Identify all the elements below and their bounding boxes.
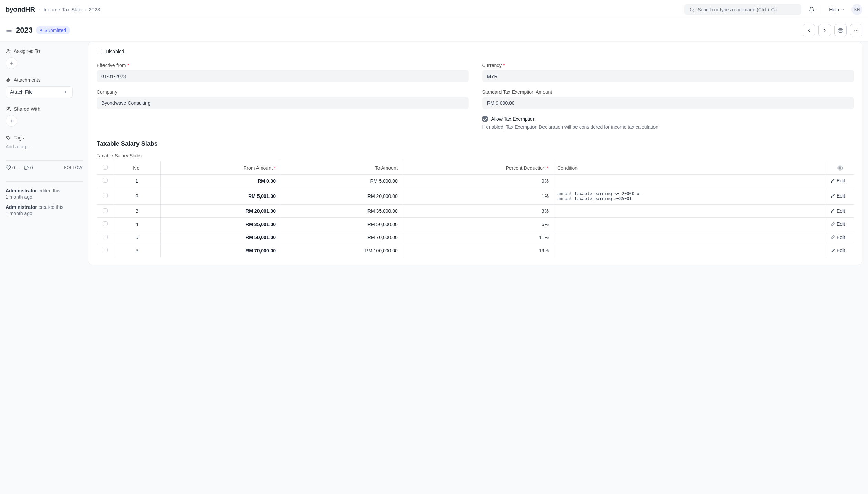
chevron-right-icon: › bbox=[84, 7, 86, 12]
cell-pct[interactable]: 1% bbox=[402, 188, 553, 204]
audit-log: Administrator edited this 1 month ago Ad… bbox=[6, 188, 83, 216]
cell-condition[interactable] bbox=[553, 204, 826, 218]
status-dot-icon bbox=[40, 29, 42, 31]
effective-from-input[interactable]: 01-01-2023 bbox=[97, 70, 469, 82]
brand-logo[interactable]: byondHR bbox=[6, 5, 35, 13]
cell-to[interactable]: RM 20,000.00 bbox=[280, 188, 402, 204]
chevron-down-icon bbox=[840, 8, 845, 12]
comment-count[interactable]: 0 bbox=[23, 165, 33, 170]
svg-point-21 bbox=[7, 137, 7, 137]
company-input[interactable]: Byondwave Consulting bbox=[97, 97, 469, 109]
paperclip-icon bbox=[6, 77, 11, 83]
cell-no: 2 bbox=[113, 188, 161, 204]
sidebar-toggle[interactable] bbox=[6, 27, 12, 34]
dots-horizontal-icon bbox=[854, 27, 859, 33]
row-checkbox[interactable] bbox=[97, 218, 113, 231]
cell-from[interactable]: RM 70,000.00 bbox=[161, 244, 280, 258]
notifications-button[interactable] bbox=[805, 3, 818, 16]
tags-label: Tags bbox=[6, 135, 83, 141]
cell-no: 6 bbox=[113, 244, 161, 258]
cell-condition[interactable] bbox=[553, 244, 826, 258]
row-edit-button[interactable]: Edit bbox=[826, 188, 854, 204]
cell-from[interactable]: RM 35,001.00 bbox=[161, 218, 280, 231]
svg-line-1 bbox=[693, 11, 694, 12]
cell-to[interactable]: RM 100,000.00 bbox=[280, 244, 402, 258]
help-menu[interactable]: Help bbox=[826, 5, 847, 14]
plus-icon bbox=[63, 90, 68, 94]
cell-to[interactable]: RM 70,000.00 bbox=[280, 231, 402, 244]
users-icon bbox=[6, 106, 11, 112]
pencil-icon bbox=[831, 179, 835, 183]
company-label: Company bbox=[97, 89, 469, 95]
cell-condition[interactable] bbox=[553, 218, 826, 231]
follow-button[interactable]: FOLLOW bbox=[64, 165, 83, 170]
svg-rect-5 bbox=[839, 28, 842, 30]
col-no: No. bbox=[113, 161, 161, 175]
add-assignee-button[interactable] bbox=[6, 57, 17, 69]
cell-pct[interactable]: 11% bbox=[402, 231, 553, 244]
cell-from[interactable]: RM 20,001.00 bbox=[161, 204, 280, 218]
page-header: 2023 Submitted bbox=[0, 19, 868, 42]
cell-no: 4 bbox=[113, 218, 161, 231]
row-checkbox[interactable] bbox=[97, 244, 113, 258]
row-edit-button[interactable]: Edit bbox=[826, 244, 854, 258]
allow-exemption-label: Allow Tax Exemption bbox=[491, 116, 536, 122]
cell-to[interactable]: RM 5,000.00 bbox=[280, 175, 402, 188]
prev-button[interactable] bbox=[803, 24, 815, 36]
engagement-meta: 0 · 0 FOLLOW bbox=[6, 165, 83, 170]
col-select-all[interactable] bbox=[97, 161, 113, 175]
pencil-icon bbox=[831, 222, 835, 226]
pencil-icon bbox=[831, 193, 835, 198]
print-button[interactable] bbox=[834, 24, 847, 36]
search-input[interactable]: Search or type a command (Ctrl + G) bbox=[684, 4, 801, 15]
std-exemption-label: Standard Tax Exemption Amount bbox=[482, 89, 854, 95]
currency-input[interactable]: MYR bbox=[482, 70, 854, 82]
cell-from[interactable]: RM 0.00 bbox=[161, 175, 280, 188]
breadcrumb-parent[interactable]: Income Tax Slab bbox=[43, 7, 81, 12]
allow-exemption-checkbox[interactable] bbox=[482, 116, 488, 122]
disabled-checkbox[interactable] bbox=[97, 49, 102, 54]
slabs-table: No. From Amount * To Amount Percent Dedu… bbox=[97, 161, 854, 258]
row-edit-button[interactable]: Edit bbox=[826, 175, 854, 188]
menu-icon bbox=[6, 27, 12, 34]
cell-from[interactable]: RM 5,001.00 bbox=[161, 188, 280, 204]
row-checkbox[interactable] bbox=[97, 175, 113, 188]
cell-no: 1 bbox=[113, 175, 161, 188]
printer-icon bbox=[838, 27, 843, 33]
cell-condition[interactable]: annual_taxable_earning <= 20000 or annua… bbox=[553, 188, 826, 204]
tag-input[interactable]: Add a tag ... bbox=[6, 144, 83, 149]
svg-point-18 bbox=[9, 107, 10, 109]
like-count[interactable]: 0 bbox=[6, 165, 15, 170]
cell-condition[interactable] bbox=[553, 175, 826, 188]
col-settings[interactable] bbox=[826, 161, 854, 175]
row-edit-button[interactable]: Edit bbox=[826, 204, 854, 218]
cell-to[interactable]: RM 50,000.00 bbox=[280, 218, 402, 231]
row-checkbox[interactable] bbox=[97, 231, 113, 244]
cell-to[interactable]: RM 35,000.00 bbox=[280, 204, 402, 218]
svg-rect-6 bbox=[839, 31, 842, 32]
breadcrumb-current[interactable]: 2023 bbox=[89, 7, 100, 12]
cell-pct[interactable]: 19% bbox=[402, 244, 553, 258]
more-menu-button[interactable] bbox=[850, 24, 862, 36]
row-checkbox[interactable] bbox=[97, 188, 113, 204]
breadcrumb: › Income Tax Slab › 2023 bbox=[39, 7, 100, 12]
cell-condition[interactable] bbox=[553, 231, 826, 244]
std-exemption-input[interactable]: RM 9,000.00 bbox=[482, 97, 854, 109]
attach-file-button[interactable]: Attach File bbox=[6, 86, 73, 98]
next-button[interactable] bbox=[818, 24, 831, 36]
cell-from[interactable]: RM 50,001.00 bbox=[161, 231, 280, 244]
col-pct: Percent Deduction * bbox=[402, 161, 553, 175]
add-share-button[interactable] bbox=[6, 115, 17, 127]
svg-point-10 bbox=[7, 49, 9, 51]
svg-point-0 bbox=[690, 8, 693, 11]
cell-pct[interactable]: 3% bbox=[402, 204, 553, 218]
cell-no: 3 bbox=[113, 204, 161, 218]
svg-point-8 bbox=[856, 30, 857, 31]
cell-pct[interactable]: 0% bbox=[402, 175, 553, 188]
tag-icon bbox=[6, 135, 11, 141]
avatar[interactable]: KH bbox=[851, 4, 862, 15]
cell-pct[interactable]: 6% bbox=[402, 218, 553, 231]
row-checkbox[interactable] bbox=[97, 204, 113, 218]
row-edit-button[interactable]: Edit bbox=[826, 218, 854, 231]
row-edit-button[interactable]: Edit bbox=[826, 231, 854, 244]
